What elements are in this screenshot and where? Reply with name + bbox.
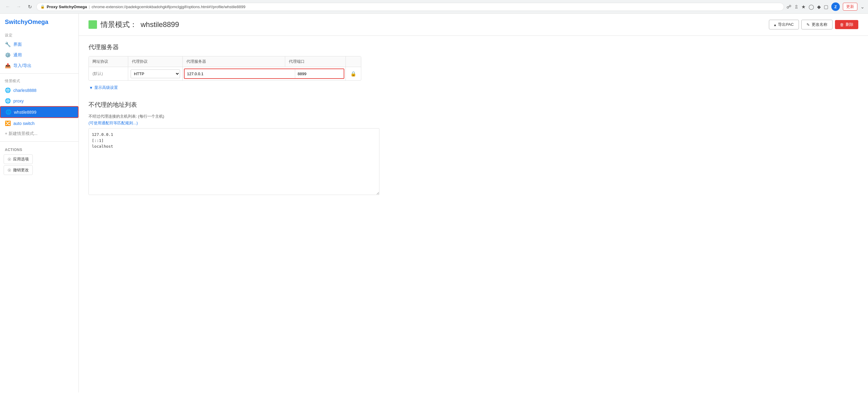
forward-button[interactable]: → xyxy=(14,2,23,11)
translate-icon[interactable]: ☍ xyxy=(786,4,791,10)
settings-section-label: 设定 xyxy=(0,30,79,39)
export-pac-label: 导出PAC xyxy=(778,22,794,27)
sidebar-item-proxy[interactable]: 🌐 proxy xyxy=(0,95,79,106)
sidebar-item-ui[interactable]: 🔧 界面 xyxy=(0,39,79,50)
chevron-down-icon[interactable]: ⌄ xyxy=(861,4,864,10)
proxy-table: 网址协议 代理协议 代理服务器 代理端口 (默认) HTTP HTTPS xyxy=(89,56,361,81)
toolbar-actions: ☍ ⇫ ★ ◯ ◆ ▢ Z 更新 ⌄ xyxy=(786,2,864,11)
advanced-settings-link[interactable]: ▼ 显示高级设置 xyxy=(89,83,118,92)
td-proxy-protocol: HTTP HTTPS SOCKS4 SOCKS5 xyxy=(128,67,183,80)
sidebar-item-label: whstile8899 xyxy=(14,110,36,115)
page-title: 情景模式： xyxy=(101,20,137,29)
export-icon: ▴ xyxy=(774,23,776,27)
sidebar-item-auto-switch[interactable]: 🔀 auto switch xyxy=(0,118,79,128)
sidebar: SwitchyOmega 设定 🔧 界面 ⚙️ 通用 📤 导入/导出 情景模式 … xyxy=(0,13,79,392)
globe-icon: 🌐 xyxy=(5,87,11,93)
no-proxy-section: 不代理的地址列表 不经过代理连接的主机列表: (每行一个主机) (可使用通配符等… xyxy=(89,101,858,196)
lock-icon: 🔒 xyxy=(40,4,45,9)
th-proxy-port: 代理端口 xyxy=(285,56,346,67)
sidebar-item-label: proxy xyxy=(13,98,24,103)
apply-options-button[interactable]: ☉ 应用选项 xyxy=(4,154,33,164)
apply-options-label: 应用选项 xyxy=(13,156,29,162)
main-header: 情景模式： whstile8899 ▴ 导出PAC ✎ 更改名称 🗑 删除 xyxy=(79,13,868,36)
no-proxy-section-title: 不代理的地址列表 xyxy=(89,101,858,109)
no-proxy-subtitle: 不经过代理连接的主机列表: (每行一个主机) xyxy=(89,114,858,119)
share-icon[interactable]: ⇫ xyxy=(794,4,798,10)
no-proxy-textarea[interactable]: 127.0.0.1 [::1] localhost xyxy=(89,128,379,195)
sidebar-logo: SwitchyOmega xyxy=(0,19,79,30)
address-bar[interactable]: 🔒 Proxy SwitchyOmega | chrome-extension:… xyxy=(36,3,784,11)
revert-changes-button[interactable]: ☉ 撤销更改 xyxy=(4,165,33,175)
update-button[interactable]: 更新 xyxy=(843,3,858,10)
bookmark-icon[interactable]: ★ xyxy=(801,4,806,10)
proxy-table-header: 网址协议 代理协议 代理服务器 代理端口 xyxy=(89,56,361,67)
highlighted-box xyxy=(184,68,344,79)
sidebar-item-label: 通用 xyxy=(13,53,22,58)
td-url-protocol: (默认) xyxy=(89,67,128,80)
globe-icon: 🌐 xyxy=(5,98,11,104)
sidebar-item-charles8888[interactable]: 🌐 charles8888 xyxy=(0,85,79,95)
profiles-section-label: 情景模式 xyxy=(0,76,79,85)
window-icon[interactable]: ▢ xyxy=(824,4,828,10)
td-lock[interactable]: 🔒 xyxy=(346,71,361,77)
trash-icon: 🗑 xyxy=(840,23,844,27)
reload-button[interactable]: ↻ xyxy=(26,2,34,11)
revert-changes-label: 撤销更改 xyxy=(13,168,29,173)
new-profile-button[interactable]: + 新建情景模式... xyxy=(0,128,79,139)
rename-button[interactable]: ✎ 更改名称 xyxy=(801,20,833,29)
circle-icon[interactable]: ◯ xyxy=(809,4,814,10)
new-profile-label: + 新建情景模式... xyxy=(5,131,38,137)
delete-label: 删除 xyxy=(845,22,854,27)
circle-check-icon: ☉ xyxy=(7,157,11,162)
puzzle-icon[interactable]: ◆ xyxy=(817,4,821,10)
main-content: 情景模式： whstile8899 ▴ 导出PAC ✎ 更改名称 🗑 删除 xyxy=(79,13,868,392)
url-text: chrome-extension://padekgcemlokbadohgkif… xyxy=(92,4,245,9)
sidebar-divider-2 xyxy=(0,141,79,142)
proxy-table-row: (默认) HTTP HTTPS SOCKS4 SOCKS5 xyxy=(89,67,361,80)
proxy-port-input[interactable] xyxy=(295,69,344,78)
avatar-button[interactable]: Z xyxy=(831,2,840,11)
content-body: 代理服务器 网址协议 代理协议 代理服务器 代理端口 (默认) xyxy=(79,36,868,203)
advanced-settings-label: 显示高级设置 xyxy=(94,85,118,90)
sidebar-item-import-export[interactable]: 📤 导入/导出 xyxy=(0,60,79,71)
back-button[interactable]: ← xyxy=(4,2,12,11)
wildcard-link[interactable]: (可使用通配符等匹配规则...) xyxy=(89,120,858,126)
site-name: Proxy SwitchyOmega xyxy=(47,4,87,9)
proxy-protocol-select[interactable]: HTTP HTTPS SOCKS4 SOCKS5 xyxy=(131,69,180,78)
td-server-port xyxy=(183,67,346,80)
browser-toolbar: ← → ↻ 🔒 Proxy SwitchyOmega | chrome-exte… xyxy=(0,0,868,13)
sidebar-item-label: 导入/导出 xyxy=(13,63,32,68)
app-container: SwitchyOmega 设定 🔧 界面 ⚙️ 通用 📤 导入/导出 情景模式 … xyxy=(0,13,868,392)
profile-color-box xyxy=(89,20,97,29)
auto-switch-icon: 🔀 xyxy=(5,120,11,126)
delete-button[interactable]: 🗑 删除 xyxy=(835,20,858,29)
actions-label: ACTIONS xyxy=(0,144,79,153)
rename-label: 更改名称 xyxy=(812,22,827,27)
th-lock xyxy=(346,56,361,67)
profile-name: whstile8899 xyxy=(141,20,179,29)
sidebar-item-label: charles8888 xyxy=(13,88,36,93)
th-url-protocol: 网址协议 xyxy=(89,56,128,67)
gear-icon: ⚙️ xyxy=(5,52,11,58)
sidebar-item-label: auto switch xyxy=(13,121,35,126)
sidebar-item-general[interactable]: ⚙️ 通用 xyxy=(0,50,79,60)
proxy-section-title: 代理服务器 xyxy=(89,43,858,51)
header-actions: ▴ 导出PAC ✎ 更改名称 🗑 删除 xyxy=(769,20,858,29)
import-export-icon: 📤 xyxy=(5,63,11,68)
page-title-area: 情景模式： whstile8899 xyxy=(89,20,179,29)
export-pac-button[interactable]: ▴ 导出PAC xyxy=(769,20,799,29)
edit-icon: ✎ xyxy=(806,23,810,27)
browser-chrome: ← → ↻ 🔒 Proxy SwitchyOmega | chrome-exte… xyxy=(0,0,868,13)
proxy-section: 代理服务器 网址协议 代理协议 代理服务器 代理端口 (默认) xyxy=(89,43,858,92)
sidebar-item-label: 界面 xyxy=(13,42,22,47)
sidebar-item-whstile8899[interactable]: 🌐 whstile8899 xyxy=(0,106,79,118)
globe-icon: 🌐 xyxy=(5,109,11,115)
th-proxy-protocol: 代理协议 xyxy=(128,56,183,67)
wrench-icon: 🔧 xyxy=(5,41,11,47)
sidebar-divider xyxy=(0,73,79,74)
proxy-server-input[interactable] xyxy=(185,69,295,78)
circle-x-icon: ☉ xyxy=(7,168,11,173)
th-proxy-server: 代理服务器 xyxy=(183,56,285,67)
chevron-right-icon: ▼ xyxy=(89,86,93,90)
